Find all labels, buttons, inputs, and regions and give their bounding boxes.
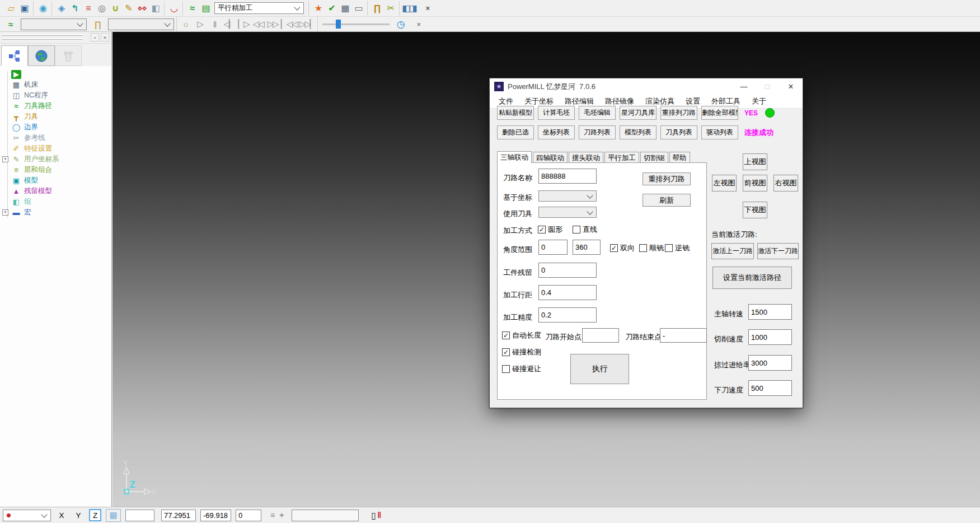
expander-icon[interactable]: [2, 167, 8, 173]
locate-icon[interactable]: +: [279, 511, 284, 520]
rapid-move-icon[interactable]: ↰: [68, 2, 81, 15]
collision-avoid-checkbox[interactable]: 碰撞避让: [502, 364, 541, 374]
points-icon[interactable]: ⋄⋄: [135, 2, 148, 15]
pause-icon[interactable]: ‖: [208, 17, 221, 31]
refresh-button[interactable]: 刷新: [643, 194, 691, 207]
graphics-viewport[interactable]: Y X Z ★ PowerMILL 忆梦星河 7.0.6 — □ × 文件关于坐…: [112, 32, 980, 507]
verify-check-icon[interactable]: ✔: [325, 2, 338, 15]
tab-4axis[interactable]: 四轴联动: [533, 152, 568, 162]
coord-x-field[interactable]: 77.2951: [161, 510, 196, 521]
rewind-icon[interactable]: ◁◁: [252, 17, 264, 31]
statusbar-combo[interactable]: [3, 510, 51, 521]
angle-to-input[interactable]: [573, 240, 601, 255]
go-start-icon[interactable]: ▏◁◁: [281, 17, 297, 31]
tree-item-models[interactable]: ▣ 模型: [2, 175, 111, 186]
circular-checkbox[interactable]: ✓ 圆形: [538, 225, 562, 235]
chevron-down-icon[interactable]: [164, 20, 170, 26]
bidirectional-checkbox[interactable]: ✓ 双向: [610, 243, 635, 253]
strategy-list-icon[interactable]: ▤: [199, 2, 212, 15]
toolpath-name-input[interactable]: [538, 169, 597, 184]
sim-speed-slider[interactable]: [322, 18, 390, 30]
axes-list-icon[interactable]: ≡: [270, 511, 275, 520]
climb-mill-checkbox[interactable]: 顺铣: [639, 243, 664, 253]
sim-close-icon[interactable]: ×: [412, 17, 424, 31]
project-ball-icon[interactable]: ◉: [36, 2, 49, 15]
panel-float-icon[interactable]: ▫: [91, 33, 99, 41]
go-end-icon[interactable]: ▷▷▏: [299, 17, 316, 31]
tree-item-boundaries[interactable]: ◯ 边界: [2, 122, 111, 133]
calc-stock-button[interactable]: 计算毛坯: [538, 106, 575, 120]
cutting-speed-input[interactable]: [748, 329, 792, 345]
chevron-down-icon[interactable]: [77, 20, 83, 26]
dialog-titlebar[interactable]: ★ PowerMILL 忆梦星河 7.0.6 — □ ×: [490, 78, 803, 95]
feature-icon[interactable]: ◧: [148, 2, 162, 15]
rearrange-toolpaths-button-2[interactable]: 重排列刀路: [643, 172, 691, 185]
stepover-input[interactable]: [538, 285, 597, 300]
tab-web-browser[interactable]: [28, 45, 55, 66]
spindle-speed-input[interactable]: [748, 304, 792, 320]
menu-path-mirror[interactable]: 路径镜像: [599, 96, 640, 106]
tab-tilt-head[interactable]: 摆头联动: [569, 152, 603, 162]
model-list-button[interactable]: 模型列表: [620, 125, 657, 139]
expander-icon[interactable]: [2, 199, 8, 205]
grid-toggle-button[interactable]: ▦: [106, 509, 121, 522]
step-back-icon[interactable]: ◁▏: [223, 17, 235, 31]
play-icon[interactable]: ▷: [194, 17, 206, 31]
expander-icon[interactable]: [2, 124, 8, 130]
chevron-down-icon[interactable]: [294, 4, 300, 10]
pattern-pencil-icon[interactable]: ✎: [121, 2, 135, 15]
angle-from-input[interactable]: [538, 240, 568, 255]
scissors-icon[interactable]: ✂: [383, 2, 397, 15]
tree-item-workplanes[interactable]: + ✎ 用户坐标系: [2, 154, 111, 165]
ball-tool-icon[interactable]: ◎: [95, 2, 108, 15]
toolpath-strategies-icon[interactable]: ≈: [185, 2, 199, 15]
expander-icon[interactable]: [2, 114, 8, 120]
tree-item-feature-sets[interactable]: ✐ 特征设置: [2, 143, 111, 154]
stock-edit-button[interactable]: 毛坯编辑: [579, 106, 616, 120]
minimize-button[interactable]: —: [732, 78, 756, 95]
strategy-combo[interactable]: 平行精加工: [214, 2, 304, 14]
conventional-mill-checkbox[interactable]: 逆铣: [665, 243, 690, 253]
stock-allowance-input[interactable]: [538, 263, 597, 278]
tree-item-levels-sets[interactable]: ≡ 层和组合: [2, 165, 111, 175]
tool-list-button[interactable]: 刀具列表: [660, 125, 697, 139]
tree-item-machine[interactable]: ▦ 机床: [2, 80, 111, 90]
chevron-down-icon[interactable]: [587, 192, 593, 198]
coord-combo[interactable]: [538, 190, 597, 202]
tree-item-toolpaths[interactable]: ≈ 刀具路径: [2, 101, 111, 111]
ruler-icon[interactable]: ▭: [351, 2, 365, 15]
expander-icon[interactable]: [2, 92, 8, 99]
expander-icon[interactable]: +: [2, 156, 8, 162]
sim-toolpath-icon[interactable]: ≈: [4, 17, 16, 31]
delete-all-models-button[interactable]: 删除全部模型: [701, 106, 738, 120]
auto-length-checkbox[interactable]: ✓ 自动长度: [502, 330, 541, 340]
tree-item-stock-models[interactable]: ▲ 残留模型: [2, 186, 111, 197]
rearrange-toolpaths-button[interactable]: 重排列刀路: [660, 106, 697, 120]
chevron-down-icon[interactable]: [587, 208, 593, 214]
activate-next-toolpath-button[interactable]: 激活下一刀路: [757, 243, 799, 259]
expander-icon[interactable]: [2, 103, 8, 109]
right-view-button[interactable]: 右视图: [773, 175, 798, 192]
menu-about-coords[interactable]: 关于坐标: [519, 96, 559, 106]
coord-z-field[interactable]: 0: [236, 510, 261, 521]
sim-tool-combo[interactable]: [108, 18, 174, 30]
tab-help[interactable]: 帮助: [669, 152, 690, 162]
start-point-input[interactable]: [582, 328, 619, 343]
menu-path-edit[interactable]: 路径编辑: [559, 96, 599, 106]
tool-combo[interactable]: [538, 207, 597, 218]
block-icon[interactable]: ◈: [54, 2, 68, 15]
slider-handle[interactable]: [336, 20, 341, 29]
toolbar-close-icon[interactable]: ×: [421, 2, 434, 15]
menu-about[interactable]: 关于: [746, 96, 772, 106]
star-icon[interactable]: ★: [311, 2, 325, 15]
close-button[interactable]: ×: [779, 78, 803, 95]
left-view-button[interactable]: 左视图: [712, 175, 737, 192]
calculator-icon[interactable]: ▦: [338, 2, 351, 15]
save-icon[interactable]: ▣: [17, 2, 31, 15]
tool-database-icon[interactable]: ∏: [91, 17, 104, 31]
toolpath-list-button[interactable]: 刀路列表: [579, 125, 616, 139]
tab-3axis[interactable]: 三轴联动: [497, 151, 532, 163]
menu-settings[interactable]: 设置: [680, 96, 706, 106]
front-view-button[interactable]: 前视图: [743, 175, 767, 192]
bottom-view-button[interactable]: 下视图: [743, 202, 767, 218]
